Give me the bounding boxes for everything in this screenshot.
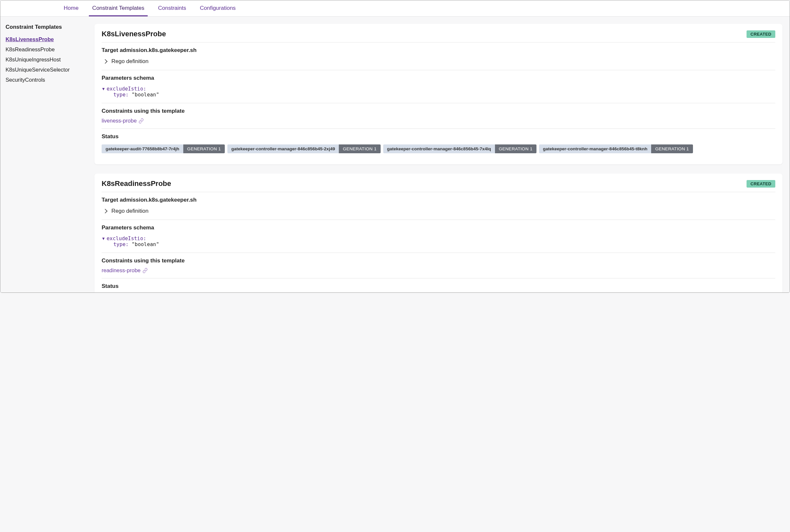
schema-type-value: "boolean" bbox=[132, 92, 159, 98]
tree-collapse-icon[interactable]: ▼ bbox=[102, 236, 104, 241]
link-icon[interactable] bbox=[138, 118, 144, 124]
tree-collapse-icon[interactable]: ▼ bbox=[102, 87, 104, 91]
status-badge: CREATED bbox=[747, 180, 775, 188]
parameters-schema-heading: Parameters schema bbox=[102, 75, 775, 81]
status-badge: CREATED bbox=[747, 31, 775, 38]
nav-tab-configurations[interactable]: Configurations bbox=[197, 0, 239, 16]
nav-tab-constraint-templates[interactable]: Constraint Templates bbox=[89, 0, 147, 16]
sidebar-item-securitycontrols[interactable]: SecurityControls bbox=[5, 75, 86, 85]
sidebar-list: K8sLivenessProbeK8sReadinessProbeK8sUniq… bbox=[5, 34, 86, 85]
rego-definition-label: Rego definition bbox=[111, 58, 148, 65]
sidebar-title: Constraint Templates bbox=[5, 24, 86, 31]
main-scroll[interactable]: HomeConstraint TemplatesConstraintsConfi… bbox=[0, 0, 790, 292]
nav-tab-constraints[interactable]: Constraints bbox=[155, 0, 190, 16]
sidebar-item-k8slivenessprobe[interactable]: K8sLivenessProbe bbox=[5, 34, 86, 44]
parameters-schema-heading: Parameters schema bbox=[102, 225, 775, 231]
nav-tab-home[interactable]: Home bbox=[60, 0, 82, 16]
template-title: K8sReadinessProbe bbox=[102, 179, 171, 188]
sidebar: Constraint Templates K8sLivenessProbeK8s… bbox=[0, 17, 92, 292]
schema-key: excludeIstio: bbox=[107, 235, 146, 242]
parameters-schema-tree: ▼excludeIstio:type: "boolean" bbox=[102, 234, 775, 248]
schema-type-key: type: bbox=[113, 242, 129, 247]
constraint-link[interactable]: liveness-probe bbox=[102, 118, 137, 124]
sidebar-item-k8suniqueserviceselector[interactable]: K8sUniqueServiceSelector bbox=[5, 65, 86, 75]
pod-generation: GENERATION 1 bbox=[339, 145, 380, 153]
top-nav: HomeConstraint TemplatesConstraintsConfi… bbox=[0, 0, 790, 17]
rego-definition-toggle[interactable]: Rego definition bbox=[102, 207, 775, 215]
pod-name: gatekeeper-controller-manager-846c856b45… bbox=[227, 145, 339, 153]
schema-type-value: "boolean" bbox=[132, 242, 159, 247]
pod-pill: gatekeeper-audit-77658b8b47-7r4jhGENERAT… bbox=[102, 145, 225, 153]
rego-definition-toggle[interactable]: Rego definition bbox=[102, 57, 775, 65]
pod-generation: GENERATION 1 bbox=[183, 145, 225, 153]
pod-pill: gatekeeper-controller-manager-846c856b45… bbox=[539, 145, 693, 153]
pod-pill: gatekeeper-controller-manager-846c856b45… bbox=[383, 145, 537, 153]
pod-name: gatekeeper-audit-77658b8b47-7r4jh bbox=[102, 145, 183, 153]
status-pills: gatekeeper-audit-77658b8b47-7r4jhGENERAT… bbox=[102, 143, 775, 153]
chevron-right-icon bbox=[103, 209, 108, 213]
status-heading: Status bbox=[102, 283, 775, 289]
template-card: K8sReadinessProbeCREATEDTarget admission… bbox=[94, 173, 783, 292]
target-heading: Target admission.k8s.gatekeeper.sh bbox=[102, 197, 775, 203]
target-heading: Target admission.k8s.gatekeeper.sh bbox=[102, 47, 775, 54]
rego-definition-label: Rego definition bbox=[111, 208, 148, 214]
schema-key: excludeIstio: bbox=[107, 86, 146, 92]
constraints-using-heading: Constraints using this template bbox=[102, 258, 775, 264]
link-icon[interactable] bbox=[142, 268, 148, 273]
pod-pill: gatekeeper-controller-manager-846c856b45… bbox=[227, 145, 381, 153]
status-heading: Status bbox=[102, 133, 775, 140]
parameters-schema-tree: ▼excludeIstio:type: "boolean" bbox=[102, 84, 775, 98]
constraints-using-heading: Constraints using this template bbox=[102, 108, 775, 114]
pod-name: gatekeeper-controller-manager-846c856b45… bbox=[539, 145, 652, 153]
pod-generation: GENERATION 1 bbox=[651, 145, 693, 153]
schema-type-key: type: bbox=[113, 92, 129, 98]
template-card: K8sLivenessProbeCREATEDTarget admission.… bbox=[94, 24, 783, 164]
constraint-link[interactable]: readiness-probe bbox=[102, 267, 140, 273]
chevron-right-icon bbox=[103, 59, 108, 64]
pod-generation: GENERATION 1 bbox=[495, 145, 537, 153]
pod-name: gatekeeper-controller-manager-846c856b45… bbox=[383, 145, 495, 153]
sidebar-item-k8suniqueingresshost[interactable]: K8sUniqueIngressHost bbox=[5, 55, 86, 65]
content-area: K8sLivenessProbeCREATEDTarget admission.… bbox=[92, 17, 790, 292]
sidebar-item-k8sreadinessprobe[interactable]: K8sReadinessProbe bbox=[5, 44, 86, 55]
template-title: K8sLivenessProbe bbox=[102, 30, 166, 38]
